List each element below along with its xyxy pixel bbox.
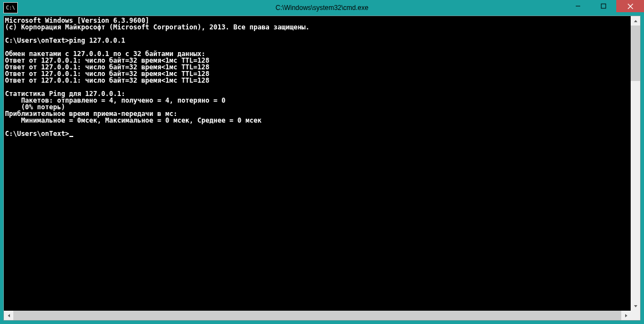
minimize-button[interactable] (565, 0, 591, 12)
horizontal-scrollbar[interactable] (4, 311, 640, 320)
close-button[interactable] (616, 0, 644, 12)
svg-rect-1 (601, 4, 606, 8)
horizontal-scroll-thumb[interactable] (13, 311, 621, 320)
scroll-up-arrow-icon[interactable] (631, 16, 640, 26)
minimize-icon (575, 3, 581, 9)
cmd-window: C:\ C:\Windows\system32\cmd.exe Microsof… (0, 0, 644, 324)
close-icon (627, 3, 633, 9)
size-grip[interactable] (631, 311, 640, 320)
console-viewport: Microsoft Windows [Version 6.3.9600] (c)… (4, 16, 640, 311)
horizontal-scroll-track[interactable] (13, 311, 621, 320)
scroll-down-arrow-icon[interactable] (631, 301, 640, 311)
scroll-left-arrow-icon[interactable] (4, 311, 13, 320)
app-icon: C:\ (3, 2, 18, 13)
client-area: Microsoft Windows [Version 6.3.9600] (c)… (3, 16, 641, 321)
svg-marker-5 (634, 305, 637, 307)
scroll-right-arrow-icon[interactable] (621, 311, 631, 320)
svg-marker-6 (8, 314, 10, 317)
svg-marker-7 (625, 314, 627, 317)
titlebar-buttons (565, 0, 644, 12)
svg-marker-4 (634, 20, 637, 22)
titlebar[interactable]: C:\ C:\Windows\system32\cmd.exe (0, 0, 644, 16)
console-output[interactable]: Microsoft Windows [Version 6.3.9600] (c)… (4, 16, 631, 311)
vertical-scrollbar[interactable] (631, 16, 640, 311)
vertical-scroll-thumb[interactable] (631, 26, 640, 81)
window-title: C:\Windows\system32\cmd.exe (276, 4, 368, 12)
maximize-icon (601, 3, 606, 9)
maximize-button[interactable] (591, 0, 616, 12)
text-cursor (69, 136, 73, 137)
app-icon-glyph: C:\ (6, 6, 15, 11)
